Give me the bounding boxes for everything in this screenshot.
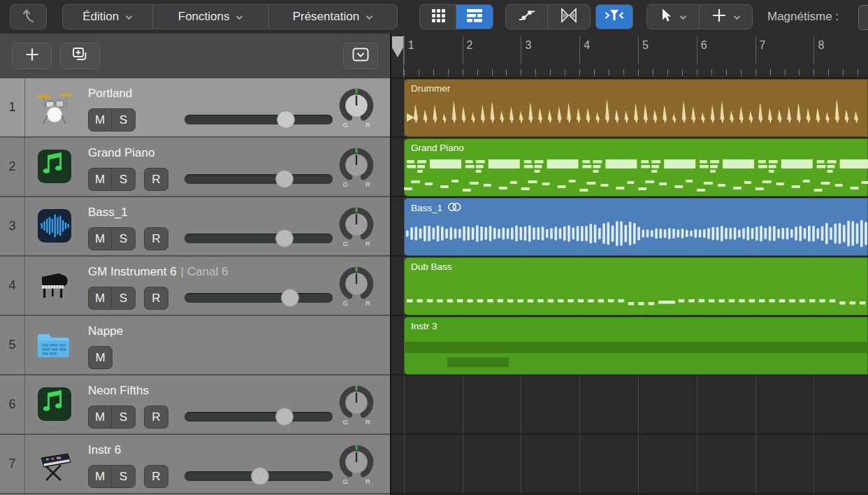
volume-slider-rail[interactable]	[185, 174, 333, 184]
region-waveform	[404, 79, 868, 137]
midi-note-icon[interactable]	[35, 385, 74, 424]
synth-keyboard-icon[interactable]	[35, 444, 74, 483]
track-number: 1	[0, 78, 25, 136]
region-bass-1[interactable]: Bass_1	[404, 198, 868, 256]
solo-button[interactable]: S	[112, 406, 135, 428]
record-enable-button[interactable]: R	[144, 465, 168, 488]
track-row-2[interactable]: 2Grand PianoMSR G R	[0, 138, 390, 197]
pointer-tool-menu[interactable]	[647, 5, 700, 29]
flex-button[interactable]	[548, 5, 590, 29]
svg-text:R: R	[366, 478, 370, 485]
bar-line	[638, 36, 639, 64]
catch-playhead-button[interactable]	[595, 4, 633, 29]
tool-selector-group	[646, 4, 753, 29]
region-name: Bass_1	[411, 202, 462, 214]
region-dub-bass[interactable]: Dub Bass	[404, 257, 868, 315]
bar-ruler[interactable]: 12345678	[391, 34, 868, 78]
volume-slider-rail[interactable]	[185, 115, 333, 124]
mute-button[interactable]: M	[89, 347, 112, 368]
volume-slider-thumb[interactable]	[277, 110, 295, 129]
region-instr-3[interactable]: Instr 3	[404, 317, 868, 375]
playhead-marker[interactable]	[391, 36, 404, 59]
solo-button[interactable]: S	[112, 168, 135, 190]
track-header-config-button[interactable]	[343, 43, 378, 69]
tracks-icon	[466, 8, 483, 26]
bar-number: 2	[467, 39, 473, 52]
main-toolbar: ÉditionFonctionsPrésentation Magnétisme …	[0, 0, 868, 34]
svg-text:R: R	[366, 418, 370, 426]
arrange-area[interactable]: DrummerGrand PianoBass_1Dub BassInstr 3	[391, 78, 868, 495]
mute-button[interactable]: M	[89, 109, 112, 131]
record-enable-button[interactable]: R	[144, 406, 168, 429]
svg-text:R: R	[366, 240, 370, 248]
beat-tick	[579, 69, 580, 76]
track-row-4[interactable]: 4GM Instrument 6| Canal 6MSR G R	[0, 257, 390, 316]
record-enable-button[interactable]: R	[144, 227, 168, 250]
menu-edition[interactable]: Édition	[63, 5, 153, 29]
region-drummer[interactable]: Drummer	[404, 79, 868, 137]
solo-button[interactable]: S	[112, 228, 135, 250]
pan-knob[interactable]: G R	[338, 265, 375, 307]
audio-waveform-icon[interactable]	[35, 206, 74, 245]
add-track-button[interactable]	[12, 43, 52, 69]
pan-knob[interactable]: G R	[338, 443, 375, 485]
volume-slider-thumb[interactable]	[251, 467, 269, 485]
region-grand-piano[interactable]: Grand Piano	[404, 138, 868, 196]
back-button[interactable]	[10, 4, 47, 29]
grand-piano-icon[interactable]	[35, 266, 74, 305]
volume-slider-rail[interactable]	[185, 234, 333, 243]
volume-slider-thumb[interactable]	[275, 408, 294, 426]
solo-button[interactable]: S	[112, 287, 135, 309]
beat-tick	[697, 69, 697, 76]
beat-tick	[711, 69, 712, 76]
track-row-6[interactable]: 6Neon FifthsMSR G R	[0, 375, 390, 435]
svg-text:G: G	[343, 180, 348, 188]
pan-knob[interactable]: G R	[338, 206, 375, 248]
beat-tick	[506, 69, 507, 76]
region-waveform	[404, 317, 868, 375]
drum-kit-icon[interactable]	[35, 87, 74, 127]
snap-value-button[interactable]	[858, 5, 868, 30]
chevron-down-icon	[125, 10, 133, 23]
solo-button[interactable]: S	[112, 466, 135, 487]
mute-solo-group: MS	[88, 465, 136, 488]
midi-note-icon[interactable]	[35, 147, 74, 186]
beat-tick	[741, 69, 742, 76]
volume-slider-thumb[interactable]	[275, 229, 294, 248]
track-row-3[interactable]: 3Bass_1MSR G R	[0, 197, 390, 257]
region-name-text: Instr 3	[411, 321, 437, 331]
track-row-5[interactable]: 5NappeM	[0, 316, 390, 375]
automation-button[interactable]	[506, 5, 548, 29]
record-enable-button[interactable]: R	[144, 168, 168, 191]
mute-button[interactable]: M	[89, 406, 112, 428]
stereo-icon	[447, 202, 462, 214]
bar-number: 1	[408, 39, 414, 52]
tracks-view-button[interactable]	[456, 5, 493, 29]
beat-tick	[638, 69, 639, 76]
track-row-7[interactable]: 7Instr 6MSR G R	[0, 435, 390, 494]
menu-fonctions[interactable]: Fonctions	[153, 5, 268, 29]
pan-knob[interactable]: G R	[338, 146, 375, 188]
box-chevron-down-icon	[352, 47, 370, 65]
volume-slider-thumb[interactable]	[275, 170, 294, 188]
record-enable-button[interactable]: R	[144, 287, 168, 310]
mute-button[interactable]: M	[89, 228, 112, 250]
mute-button[interactable]: M	[89, 287, 112, 309]
track-row-1[interactable]: 1PortlandMS G R	[0, 78, 390, 138]
pan-knob[interactable]: G R	[338, 384, 375, 426]
duplicate-track-icon	[71, 46, 89, 66]
volume-slider-thumb[interactable]	[281, 289, 299, 307]
marquee-tool-menu[interactable]	[700, 5, 752, 29]
volume-slider-rail[interactable]	[185, 412, 333, 422]
edit-mode-group	[505, 4, 591, 29]
mute-button[interactable]: M	[89, 466, 112, 487]
library-grid-button[interactable]	[420, 5, 456, 29]
menu-presentation[interactable]: Présentation	[269, 5, 397, 29]
solo-button[interactable]: S	[112, 109, 135, 131]
duplicate-track-button[interactable]	[60, 43, 100, 69]
track-number: 4	[0, 257, 25, 315]
volume-slider-rail[interactable]	[185, 293, 333, 303]
pan-knob[interactable]: G R	[338, 87, 375, 129]
folder-icon[interactable]	[35, 325, 74, 364]
mute-button[interactable]: M	[89, 168, 112, 190]
